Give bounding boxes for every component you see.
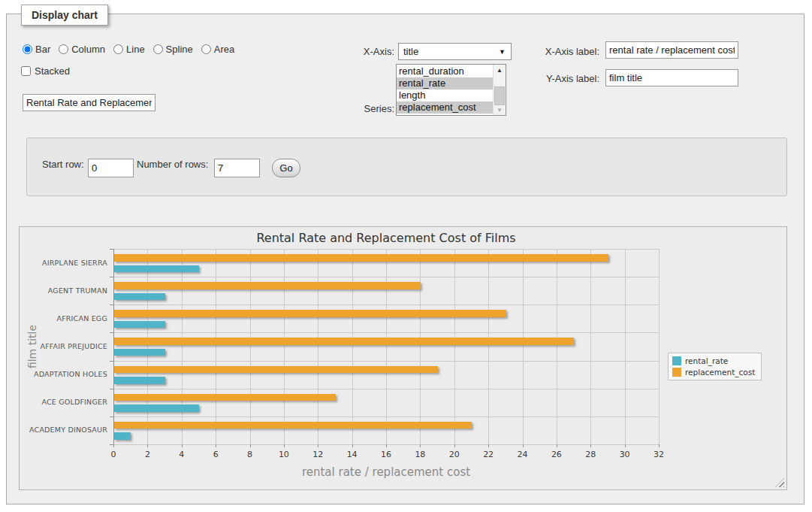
x-axis-tick (216, 444, 216, 447)
x-axis-tick (147, 444, 148, 447)
x-axis-tick (557, 444, 557, 447)
chart-title-input[interactable] (23, 94, 155, 111)
radio-label-line: Line (126, 44, 145, 55)
gridline-vertical (488, 249, 489, 444)
x-tick-label: 10 (269, 450, 299, 459)
gridline-vertical (454, 249, 455, 444)
x-tick-label: 26 (542, 450, 572, 459)
x-tick-label: 22 (473, 450, 503, 459)
gridline-vertical (147, 249, 148, 444)
page: Display chart BarColumnLineSplineArea St… (0, 0, 812, 512)
x-axis-tick (590, 444, 591, 447)
x-axis-tick (318, 444, 318, 447)
radio-column[interactable] (59, 44, 68, 54)
y-axis-tick (110, 249, 113, 250)
fieldset-legend: Display chart (21, 5, 108, 26)
chart-type-radio-group: BarColumnLineSplineArea (23, 41, 234, 56)
legend-item-replacement_cost[interactable]: replacement_cost (672, 368, 755, 377)
x-tick-label: 30 (610, 450, 640, 459)
bar-replacement_cost (114, 366, 438, 374)
radio-label-column: Column (71, 44, 105, 55)
chart-type-option-area: Area (201, 44, 234, 55)
series-option-length[interactable]: length (397, 89, 493, 101)
chart-container: Rental Rate and Replacement Cost of Film… (19, 226, 787, 490)
x-axis-tick (182, 444, 183, 447)
legend-swatch-rental_rate (672, 356, 681, 365)
bar-rental_rate (114, 293, 165, 301)
x-axis-tick (113, 444, 114, 447)
y-axis-tick (110, 304, 113, 305)
bar-rental_rate (114, 349, 165, 356)
gridline-vertical (352, 249, 353, 444)
bar-rental_rate (114, 321, 165, 329)
legend-item-rental_rate[interactable]: rental_rate (672, 356, 755, 365)
category-label: AFRICAN EGG (20, 314, 107, 323)
gridline-vertical (659, 249, 660, 444)
bar-rental_rate (114, 404, 199, 412)
radio-label-area: Area (214, 44, 234, 55)
category-label: AGENT TRUMAN (20, 286, 107, 295)
radio-label-bar: Bar (35, 44, 50, 55)
stacked-row: Stacked (21, 65, 70, 77)
x-axis-select[interactable]: title ▼ (398, 43, 512, 60)
series-listbox-scrollbar[interactable]: ▲ ▼ (493, 65, 506, 115)
x-axis-label-input[interactable] (605, 41, 738, 59)
gridline-vertical (523, 249, 524, 444)
scroll-up-icon[interactable]: ▲ (494, 65, 506, 75)
start-row-input[interactable] (88, 159, 134, 177)
x-tick-label: 2 (132, 450, 162, 459)
resize-handle-icon[interactable] (775, 478, 784, 487)
series-option-rental_rate[interactable]: rental_rate (397, 77, 493, 89)
scroll-down-icon[interactable]: ▼ (494, 105, 506, 115)
scrollbar-thumb[interactable] (494, 86, 505, 105)
stacked-checkbox[interactable] (21, 66, 31, 76)
category-label: ACE GOLDFINGER (20, 398, 107, 407)
number-of-rows-input[interactable] (214, 159, 260, 177)
bar-replacement_cost (114, 310, 506, 317)
dropdown-arrow-icon: ▼ (499, 48, 506, 56)
x-tick-label: 16 (371, 450, 401, 459)
x-tick-label: 18 (405, 450, 435, 459)
y-axis-tick (110, 332, 113, 333)
x-axis-tick (420, 444, 421, 447)
plot-area (113, 249, 659, 444)
series-listbox[interactable]: rental_durationrental_ratelengthreplacem… (396, 64, 506, 116)
y-axis-tick (110, 417, 113, 417)
bar-rental_rate (114, 377, 165, 384)
radio-bar[interactable] (23, 44, 32, 54)
chart-type-option-spline: Spline (153, 44, 193, 55)
legend-swatch-replacement_cost (672, 368, 681, 377)
category-label: AIRPLANE SIERRA (20, 259, 107, 268)
x-tick-label: 0 (98, 450, 128, 459)
radio-line[interactable] (113, 44, 123, 54)
x-tick-label: 8 (235, 450, 265, 459)
stacked-label: Stacked (35, 65, 70, 77)
series-option-rental_duration[interactable]: rental_duration (397, 65, 493, 77)
radio-area[interactable] (201, 44, 211, 54)
x-axis-tick (352, 444, 353, 447)
x-tick-label: 20 (439, 450, 469, 459)
gridline-vertical (216, 249, 216, 444)
y-axis-label-label: Y-Axis label: (532, 73, 599, 84)
chart-legend: rental_ratereplacement_cost (668, 353, 762, 380)
bar-replacement_cost (114, 422, 472, 429)
category-label: ACADEMY DINOSAUR (20, 426, 107, 435)
series-option-replacement_cost[interactable]: replacement_cost (397, 101, 493, 114)
y-axis-tick (110, 361, 113, 362)
x-tick-label: 24 (508, 450, 538, 459)
legend-label-replacement_cost: replacement_cost (685, 368, 755, 377)
gridline-vertical (284, 249, 285, 444)
x-tick-label: 32 (644, 450, 674, 459)
start-row-label: Start row: (42, 159, 84, 170)
x-axis-tick (284, 444, 285, 447)
bar-replacement_cost (114, 394, 336, 401)
gridline-vertical (318, 249, 318, 444)
x-axis-tick (454, 444, 455, 447)
series-select-label: Series: (346, 103, 394, 114)
y-axis-label-input[interactable] (605, 69, 738, 86)
radio-spline[interactable] (153, 44, 163, 54)
gridline-vertical (557, 249, 557, 444)
x-tick-label: 4 (167, 450, 197, 459)
go-button[interactable]: Go (272, 159, 300, 177)
gridline-vertical (250, 249, 251, 444)
